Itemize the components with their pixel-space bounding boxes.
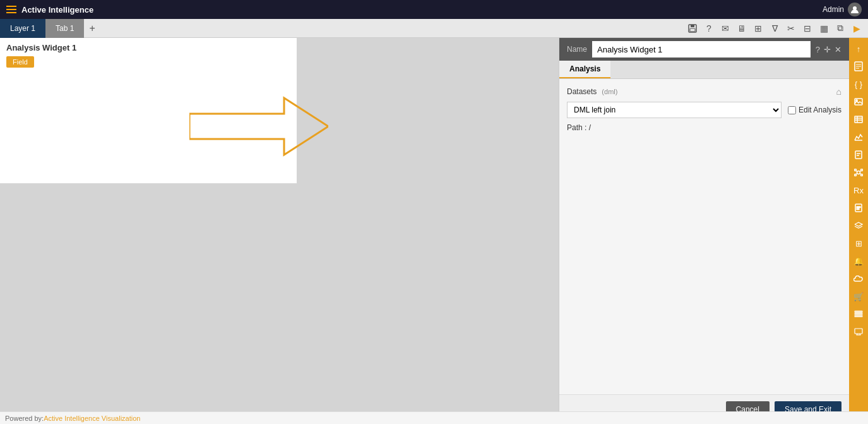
panel-tabs: Analysis [559, 61, 849, 79]
sidebar-notification-icon[interactable]: 🔔 [850, 253, 867, 269]
sidebar-image-icon[interactable] [850, 94, 867, 110]
widget-name-input[interactable] [592, 41, 811, 58]
tab-analysis[interactable]: Analysis [559, 61, 610, 78]
datasets-dml: (dml) [602, 88, 617, 95]
path-value: / [589, 123, 591, 132]
scissors-icon[interactable]: ✂ [785, 22, 797, 35]
dataset-select[interactable]: DML left join [567, 102, 782, 118]
datasets-label: Datasets [567, 87, 597, 96]
tab-tab1[interactable]: Tab 1 [45, 19, 84, 38]
path-label: Path : [567, 123, 586, 132]
panel-move-icon[interactable]: ✛ [824, 45, 831, 54]
name-label: Name [567, 45, 587, 54]
svg-rect-33 [855, 315, 862, 317]
sidebar-screen-icon[interactable] [850, 324, 867, 340]
app-title: Active Intelligence [21, 5, 93, 15]
panel-header: Name ? ✛ ✕ [559, 38, 849, 61]
copy-icon[interactable]: ⧉ [834, 22, 847, 35]
bottom-bar: Powered by: Active Intelligence Visualiz… [0, 411, 868, 424]
datasets-row: Datasets (dml) ⌂ [567, 87, 841, 97]
svg-rect-11 [855, 116, 862, 123]
toolbar-icons: ? ✉ 🖥 ⊞ ∇ ✂ ⊟ ▦ ⧉ ▶ [686, 22, 868, 35]
panel-header-icons: ? ✛ ✕ [816, 45, 841, 54]
sidebar-upload-icon[interactable]: ↑ [850, 40, 867, 57]
monitor-icon[interactable]: 🖥 [735, 22, 748, 35]
edit-analysis-checkbox[interactable] [788, 106, 796, 114]
right-panel: Name ? ✛ ✕ Analysis Datasets (dml) ⌂ DML… [559, 38, 849, 424]
sidebar-layers-icon[interactable] [850, 217, 867, 234]
main-area: Analysis Widget 1 Field Name ? ✛ ✕ Analy… [0, 38, 868, 424]
svg-line-27 [860, 173, 861, 174]
sidebar-cloud-icon[interactable] [850, 270, 867, 287]
play-icon[interactable]: ▶ [850, 22, 863, 35]
arrow-indicator [189, 95, 328, 160]
sidebar-document-icon[interactable] [850, 58, 867, 75]
panel-close-icon[interactable]: ✕ [835, 45, 841, 54]
svg-marker-4 [189, 98, 328, 155]
svg-rect-16 [855, 151, 862, 159]
svg-line-25 [860, 171, 861, 172]
svg-rect-2 [691, 25, 694, 27]
sidebar-filter-icon[interactable]: Rx [850, 182, 867, 198]
powered-by-link[interactable]: Active Intelligence Visualization [44, 415, 140, 422]
table2-icon[interactable]: ⊟ [801, 22, 814, 35]
canvas-area: Analysis Widget 1 Field [0, 38, 559, 424]
svg-line-26 [856, 173, 857, 174]
avatar[interactable] [848, 3, 862, 16]
email-icon[interactable]: ✉ [719, 22, 732, 35]
sidebar-page-icon[interactable] [850, 147, 867, 163]
panel-content: Datasets (dml) ⌂ DML left join Edit Anal… [559, 79, 849, 394]
tab-add-button[interactable]: + [84, 23, 100, 34]
right-sidebar: ↑ { } Rx ⊞ 🔔 🛒 [849, 38, 868, 424]
svg-rect-34 [855, 329, 862, 334]
path-row: Path : / [567, 123, 841, 132]
svg-rect-29 [857, 207, 860, 208]
dropdown-row: DML left join Edit Analysis [567, 102, 841, 118]
sidebar-grid-icon[interactable]: ⊞ [850, 235, 867, 251]
edit-analysis-label: Edit Analysis [799, 106, 841, 114]
menu-button[interactable] [6, 6, 16, 13]
powered-by-text: Powered by: [5, 415, 44, 422]
field-badge[interactable]: Field [6, 56, 34, 68]
toolbar-row: Layer 1 Tab 1 + ? ✉ 🖥 ⊞ ∇ ✂ ⊟ ▦ ⧉ ▶ [0, 19, 868, 38]
help-icon[interactable]: ? [703, 22, 715, 35]
svg-rect-32 [855, 313, 862, 315]
sidebar-list-icon[interactable] [850, 306, 867, 322]
filter2-icon[interactable]: ∇ [768, 22, 781, 35]
top-bar-right: Admin [823, 3, 862, 16]
save-icon[interactable] [686, 22, 699, 35]
top-bar-left: Active Intelligence [6, 5, 93, 15]
top-bar: Active Intelligence Admin [0, 0, 868, 19]
sidebar-cart-icon[interactable]: 🛒 [850, 288, 867, 305]
svg-line-24 [856, 171, 857, 172]
svg-rect-31 [855, 311, 862, 313]
tab-layer1[interactable]: Layer 1 [0, 19, 45, 38]
home-icon[interactable]: ⌂ [836, 87, 841, 97]
sidebar-code-icon[interactable]: { } [850, 76, 867, 92]
admin-label: Admin [823, 5, 844, 14]
grid2-icon[interactable]: ⊞ [752, 22, 764, 35]
widget-title: Analysis Widget 1 [0, 38, 297, 55]
sidebar-network-icon[interactable] [850, 164, 867, 181]
sidebar-chart-icon[interactable] [850, 129, 867, 145]
edit-analysis-row: Edit Analysis [788, 106, 841, 114]
image2-icon[interactable]: ▦ [817, 22, 830, 35]
svg-rect-30 [857, 209, 859, 210]
sidebar-report-icon[interactable] [850, 200, 867, 216]
sidebar-table-icon[interactable] [850, 111, 867, 128]
svg-rect-3 [690, 28, 695, 32]
panel-help-icon[interactable]: ? [816, 45, 820, 54]
